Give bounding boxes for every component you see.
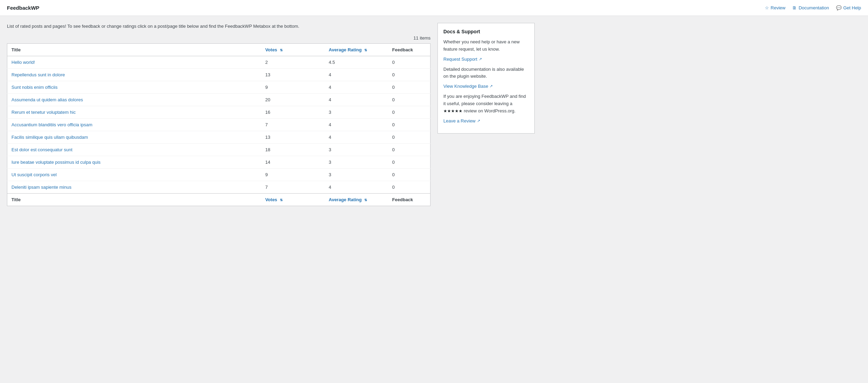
post-title-link[interactable]: Facilis similique quis ullam quibusdam bbox=[11, 135, 88, 140]
table-row: Iure beatae voluptate possimus id culpa … bbox=[7, 156, 431, 168]
view-knowledge-base-link[interactable]: View Knowledge Base ↗ bbox=[443, 84, 493, 89]
col-footer-votes[interactable]: Votes ⇅ bbox=[261, 193, 325, 206]
cell-title: Facilis similique quis ullam quibusdam bbox=[7, 131, 261, 143]
table-row: Facilis similique quis ullam quibusdam13… bbox=[7, 131, 431, 143]
cell-votes: 2 bbox=[261, 56, 325, 68]
table-body: Hello world!24.50Repellendus sunt in dol… bbox=[7, 56, 431, 193]
footer-votes-sort-icon: ⇅ bbox=[280, 198, 283, 202]
cell-average-rating: 3 bbox=[325, 143, 388, 156]
cell-feedback: 0 bbox=[388, 131, 431, 143]
cell-votes: 18 bbox=[261, 143, 325, 156]
cell-votes: 9 bbox=[261, 81, 325, 93]
cell-title: Iure beatae voluptate possimus id culpa … bbox=[7, 156, 261, 168]
sidebar-intro: Whether you need help or have a new feat… bbox=[443, 39, 529, 53]
cell-feedback: 0 bbox=[388, 181, 431, 193]
cell-average-rating: 4 bbox=[325, 68, 388, 81]
table-row: Deleniti ipsam sapiente minus740 bbox=[7, 181, 431, 193]
post-title-link[interactable]: Hello world! bbox=[11, 60, 35, 65]
col-header-average-rating[interactable]: Average Rating ⇅ bbox=[325, 43, 388, 56]
cell-title: Deleniti ipsam sapiente minus bbox=[7, 181, 261, 193]
table-row: Repellendus sunt in dolore1340 bbox=[7, 68, 431, 81]
post-title-link[interactable]: Deleniti ipsam sapiente minus bbox=[11, 185, 72, 190]
post-title-link[interactable]: Ut suscipit corporis vel bbox=[11, 172, 57, 177]
cell-average-rating: 3 bbox=[325, 156, 388, 168]
post-title-link[interactable]: Sunt nobis enim officiis bbox=[11, 85, 58, 90]
cell-votes: 16 bbox=[261, 106, 325, 118]
cell-feedback: 0 bbox=[388, 168, 431, 181]
cell-average-rating: 4.5 bbox=[325, 56, 388, 68]
docs-support-box: Docs & Support Whether you need help or … bbox=[437, 23, 535, 134]
doc-icon: 🗎 bbox=[792, 5, 797, 10]
sidebar-doc-intro: Detailed documentation is also available… bbox=[443, 66, 529, 80]
cell-votes: 7 bbox=[261, 181, 325, 193]
sidebar-review-intro: If you are enjoying FeedbackWP and find … bbox=[443, 93, 529, 114]
items-count: 11 items bbox=[7, 35, 431, 41]
get-help-action[interactable]: 💬 Get Help bbox=[836, 5, 861, 10]
external-link-icon-3: ↗ bbox=[477, 119, 480, 123]
table-row: Accusantium blanditiis vero officia ipsa… bbox=[7, 118, 431, 131]
post-title-link[interactable]: Iure beatae voluptate possimus id culpa … bbox=[11, 160, 101, 165]
cell-feedback: 0 bbox=[388, 56, 431, 68]
cell-feedback: 0 bbox=[388, 156, 431, 168]
review-label: Review bbox=[771, 5, 786, 10]
col-header-feedback: Feedback bbox=[388, 43, 431, 56]
rating-sort-icon: ⇅ bbox=[364, 48, 367, 52]
posts-table: Title Votes ⇅ Average Rating ⇅ Feedback bbox=[7, 43, 431, 206]
cell-average-rating: 4 bbox=[325, 181, 388, 193]
table-footer-row: Title Votes ⇅ Average Rating ⇅ Feedback bbox=[7, 193, 431, 206]
header-actions: ☆ Review 🗎 Documentation 💬 Get Help bbox=[765, 5, 861, 10]
votes-sort-icon: ⇅ bbox=[280, 48, 283, 52]
col-header-votes[interactable]: Votes ⇅ bbox=[261, 43, 325, 56]
cell-average-rating: 3 bbox=[325, 168, 388, 181]
cell-title: Sunt nobis enim officiis bbox=[7, 81, 261, 93]
col-header-title: Title bbox=[7, 43, 261, 56]
star-icon: ☆ bbox=[765, 5, 769, 10]
table-row: Sunt nobis enim officiis940 bbox=[7, 81, 431, 93]
cell-votes: 20 bbox=[261, 93, 325, 106]
cell-average-rating: 3 bbox=[325, 106, 388, 118]
col-footer-title: Title bbox=[7, 193, 261, 206]
cell-votes: 7 bbox=[261, 118, 325, 131]
get-help-label: Get Help bbox=[843, 5, 861, 10]
main-content: List of rated posts and pages! To see fe… bbox=[7, 23, 431, 206]
footer-rating-sort-icon: ⇅ bbox=[364, 198, 367, 202]
cell-title: Ut suscipit corporis vel bbox=[7, 168, 261, 181]
admin-header: FeedbackWP ☆ Review 🗎 Documentation 💬 Ge… bbox=[0, 0, 868, 16]
table-row: Rerum et tenetur voluptatem hic1630 bbox=[7, 106, 431, 118]
cell-title: Rerum et tenetur voluptatem hic bbox=[7, 106, 261, 118]
cell-votes: 13 bbox=[261, 131, 325, 143]
external-link-icon-1: ↗ bbox=[479, 57, 482, 61]
request-support-link[interactable]: Request Support ↗ bbox=[443, 57, 482, 62]
post-title-link[interactable]: Rerum et tenetur voluptatem hic bbox=[11, 110, 76, 115]
page-description: List of rated posts and pages! To see fe… bbox=[7, 23, 431, 30]
cell-votes: 13 bbox=[261, 68, 325, 81]
post-title-link[interactable]: Repellendus sunt in dolore bbox=[11, 72, 65, 77]
cell-feedback: 0 bbox=[388, 118, 431, 131]
cell-votes: 9 bbox=[261, 168, 325, 181]
cell-feedback: 0 bbox=[388, 68, 431, 81]
help-icon: 💬 bbox=[836, 5, 842, 10]
documentation-action[interactable]: 🗎 Documentation bbox=[792, 5, 829, 10]
table-row: Hello world!24.50 bbox=[7, 56, 431, 68]
cell-feedback: 0 bbox=[388, 106, 431, 118]
table-header-row: Title Votes ⇅ Average Rating ⇅ Feedback bbox=[7, 43, 431, 56]
leave-review-link[interactable]: Leave a Review ↗ bbox=[443, 118, 480, 124]
post-title-link[interactable]: Assumenda ut quidem alias dolores bbox=[11, 97, 83, 102]
col-footer-average-rating[interactable]: Average Rating ⇅ bbox=[325, 193, 388, 206]
cell-title: Assumenda ut quidem alias dolores bbox=[7, 93, 261, 106]
cell-title: Est dolor est consequatur sunt bbox=[7, 143, 261, 156]
post-title-link[interactable]: Accusantium blanditiis vero officia ipsa… bbox=[11, 122, 92, 127]
cell-average-rating: 4 bbox=[325, 81, 388, 93]
cell-average-rating: 4 bbox=[325, 93, 388, 106]
page-content: List of rated posts and pages! To see fe… bbox=[0, 16, 542, 213]
table-row: Est dolor est consequatur sunt1830 bbox=[7, 143, 431, 156]
cell-feedback: 0 bbox=[388, 93, 431, 106]
post-title-link[interactable]: Est dolor est consequatur sunt bbox=[11, 147, 73, 152]
documentation-label: Documentation bbox=[799, 5, 829, 10]
table-row: Assumenda ut quidem alias dolores2040 bbox=[7, 93, 431, 106]
sidebar-title: Docs & Support bbox=[443, 29, 529, 34]
review-action[interactable]: ☆ Review bbox=[765, 5, 786, 10]
cell-average-rating: 4 bbox=[325, 118, 388, 131]
cell-title: Accusantium blanditiis vero officia ipsa… bbox=[7, 118, 261, 131]
cell-feedback: 0 bbox=[388, 143, 431, 156]
